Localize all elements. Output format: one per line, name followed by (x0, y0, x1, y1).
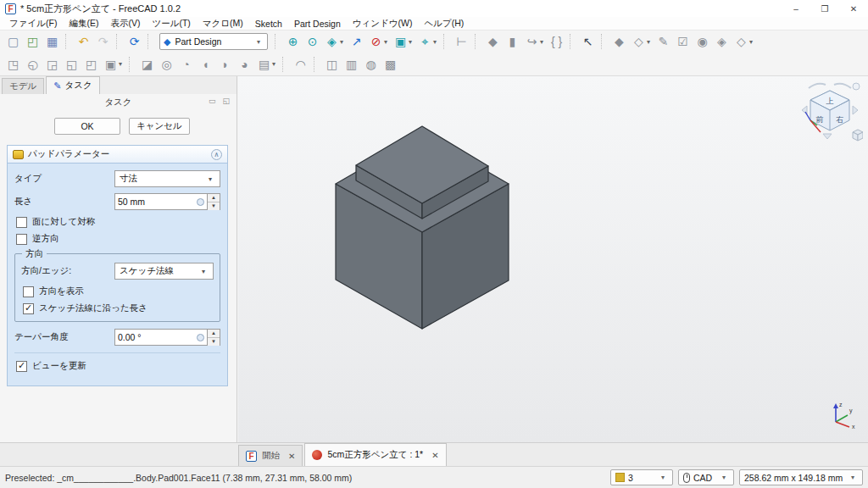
chevron-down-icon[interactable]: ▾ (119, 60, 125, 68)
refresh-icon[interactable]: ⟳ (125, 32, 144, 51)
menu-part-design[interactable]: Part Design (288, 19, 347, 29)
length-stepper[interactable]: ▲ ▼ (208, 193, 220, 210)
reversed-checkbox-row[interactable]: 逆方向 (16, 233, 220, 245)
spin-down-icon[interactable]: ▼ (208, 202, 220, 210)
menu-view[interactable]: 表示(V) (104, 18, 146, 30)
subtractive-pipe-icon[interactable]: ◗ (215, 55, 235, 74)
chevron-down-icon[interactable]: ▾ (433, 38, 440, 46)
chevron-down-icon[interactable]: ▾ (749, 38, 756, 46)
taper-value-input[interactable] (118, 332, 197, 342)
additive-loft-icon[interactable]: ◲ (42, 55, 62, 74)
pad-icon[interactable]: ◳ (3, 55, 23, 74)
view-dimensions-dropdown[interactable]: 258.62 mm x 149.18 mm ▾ (739, 469, 863, 485)
float-panel-icon[interactable]: ◱ (222, 97, 230, 105)
model-pen-stand[interactable] (238, 76, 868, 442)
box-element-icon[interactable]: ▣ (391, 32, 410, 51)
zoom-selection-icon[interactable]: ⊙ (303, 32, 322, 51)
expression-binding-icon[interactable] (197, 198, 204, 206)
parameters-icon[interactable]: ◇ (732, 32, 751, 51)
fillet-icon[interactable]: ◠ (291, 55, 310, 74)
chevron-down-icon[interactable]: ▾ (409, 38, 415, 46)
collapse-icon[interactable]: ∧ (211, 149, 222, 160)
close-tab-icon[interactable]: ✕ (428, 451, 438, 460)
tab-task[interactable]: ✎ タスク (46, 76, 99, 94)
redo-icon[interactable]: ↷ (93, 32, 113, 51)
navigation-style-dropdown[interactable]: CAD ▾ (678, 469, 734, 485)
attachment-icon[interactable]: ◈ (712, 32, 732, 51)
reversed-checkbox[interactable] (16, 234, 27, 245)
layer-dropdown[interactable]: 3 ▾ (610, 469, 673, 485)
direction-dropdown[interactable]: スケッチ法線 ▾ (114, 263, 214, 280)
new-file-icon[interactable]: ▢ (3, 32, 23, 51)
linear-pattern-icon[interactable]: ▥ (342, 55, 361, 74)
create-sketch-icon[interactable]: ◇ (629, 32, 648, 51)
update-view-checkbox[interactable] (16, 361, 27, 372)
dock-panel-icon[interactable]: ▭ (209, 97, 216, 105)
taper-angle-input[interactable] (114, 329, 208, 346)
search-icon[interactable]: ⌖ (415, 32, 435, 51)
expression-binding-icon[interactable] (197, 334, 204, 341)
taper-stepper[interactable]: ▲ ▼ (208, 329, 220, 346)
chevron-down-icon[interactable]: ▾ (647, 38, 654, 46)
show-direction-checkbox[interactable] (23, 286, 34, 297)
length-along-checkbox-row[interactable]: スケッチ法線に沿った長さ (23, 302, 214, 314)
ok-button[interactable]: OK (54, 118, 120, 135)
hole-icon[interactable]: ◎ (157, 55, 176, 74)
length-input[interactable] (114, 193, 208, 210)
folder-icon[interactable]: ▮ (503, 32, 522, 51)
part-icon[interactable]: ◆ (483, 32, 503, 51)
restore-button[interactable]: ❐ (810, 0, 839, 17)
nav-face-top-label[interactable]: 上 (826, 97, 834, 105)
show-direction-checkbox-row[interactable]: 方向を表示 (23, 286, 214, 297)
chevron-down-icon[interactable]: ▾ (384, 38, 391, 46)
symmetric-checkbox-row[interactable]: 面に対して対称 (16, 216, 220, 228)
spin-down-icon[interactable]: ▼ (208, 338, 220, 346)
axonometric-view-icon[interactable]: ◈ (322, 32, 342, 51)
chevron-down-icon[interactable]: ▾ (272, 60, 279, 68)
menu-macro[interactable]: マクロ(M) (197, 18, 249, 30)
revolution-icon[interactable]: ◵ (23, 55, 42, 74)
length-value-input[interactable] (118, 197, 197, 207)
3d-viewport[interactable]: 上 前 右 (238, 76, 868, 442)
subtractive-primitive-icon[interactable]: ▤ (254, 55, 274, 74)
menu-tools[interactable]: ツール(T) (146, 18, 196, 30)
whats-this-icon[interactable]: ↖ (578, 32, 598, 51)
groove-icon[interactable]: ◔ (176, 55, 196, 74)
expression-icon[interactable]: { } (547, 32, 566, 51)
cancel-button[interactable]: キャンセル (129, 118, 190, 135)
create-body-icon[interactable]: ◆ (609, 32, 629, 51)
clipping-plane-icon[interactable]: ⊘ (366, 32, 386, 51)
symmetric-checkbox[interactable] (16, 217, 27, 228)
polar-pattern-icon[interactable]: ◍ (361, 55, 381, 74)
chevron-down-icon[interactable]: ▾ (340, 38, 347, 46)
nav-face-front-label[interactable]: 前 (816, 115, 824, 124)
additive-pipe-icon[interactable]: ◱ (62, 55, 81, 74)
subtractive-helix-icon[interactable]: ◕ (235, 55, 254, 74)
tab-model[interactable]: モデル (2, 78, 44, 94)
open-file-icon[interactable]: ◰ (23, 32, 42, 51)
tab-document[interactable]: 5cm正方形ペン立て : 1* ✕ (304, 443, 446, 466)
type-dropdown[interactable]: 寸法 ▾ (114, 170, 220, 187)
mirrored-icon[interactable]: ◫ (322, 55, 342, 74)
length-along-normal-checkbox[interactable] (23, 303, 34, 314)
pad-parameters-header[interactable]: パッドパラメーター ∧ (8, 146, 227, 164)
multitransform-icon[interactable]: ▩ (381, 55, 400, 74)
validate-sketch-icon[interactable]: ☑ (673, 32, 693, 51)
tab-start-page[interactable]: F 開始 ✕ (238, 445, 303, 466)
navigation-cube[interactable]: 上 前 右 (797, 80, 863, 146)
chevron-down-icon[interactable]: ▾ (540, 38, 547, 46)
subtractive-loft-icon[interactable]: ◖ (196, 55, 215, 74)
fit-all-icon[interactable]: ⊕ (283, 32, 303, 51)
additive-primitive-icon[interactable]: ▣ (101, 55, 120, 74)
menu-sketch[interactable]: Sketch (249, 19, 288, 29)
menu-help[interactable]: ヘルプ(H) (418, 18, 470, 30)
close-button[interactable]: ✕ (839, 0, 868, 17)
appearance-icon[interactable]: ◉ (693, 32, 712, 51)
measure-icon[interactable]: ⊢ (452, 32, 471, 51)
sync-camera-icon[interactable]: ↗ (347, 32, 366, 51)
spin-up-icon[interactable]: ▲ (208, 194, 220, 202)
undo-icon[interactable]: ↶ (74, 32, 93, 51)
save-icon[interactable]: ▦ (42, 32, 62, 51)
pocket-icon[interactable]: ◪ (137, 55, 157, 74)
update-view-checkbox-row[interactable]: ビューを更新 (16, 360, 220, 372)
